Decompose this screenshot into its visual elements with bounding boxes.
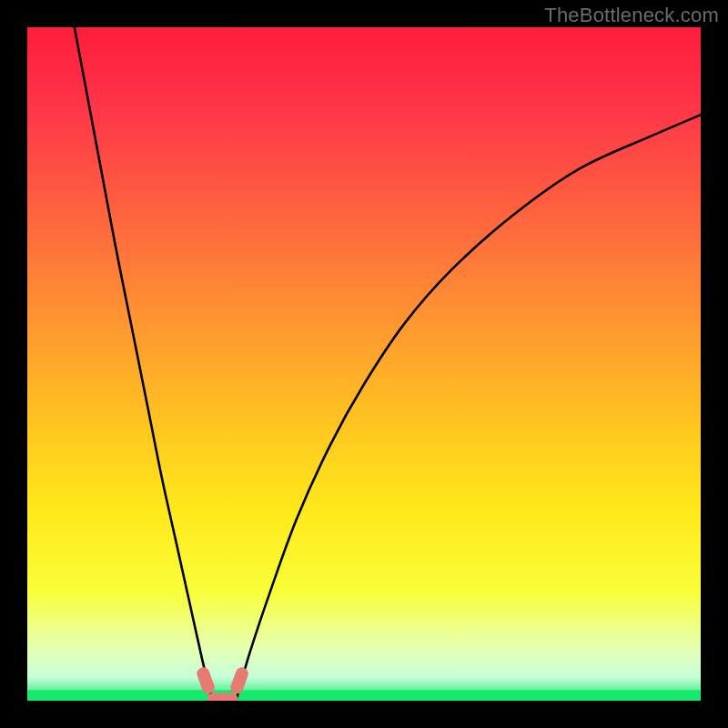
bottleneck-chart (0, 0, 728, 728)
sweet-spot-band (27, 690, 701, 701)
border-left (0, 0, 27, 728)
watermark-text: TheBottleneck.com (544, 4, 719, 27)
border-right (701, 0, 728, 728)
border-bottom (0, 701, 728, 728)
chart-frame: TheBottleneck.com (0, 0, 728, 728)
plot-background (27, 27, 701, 701)
